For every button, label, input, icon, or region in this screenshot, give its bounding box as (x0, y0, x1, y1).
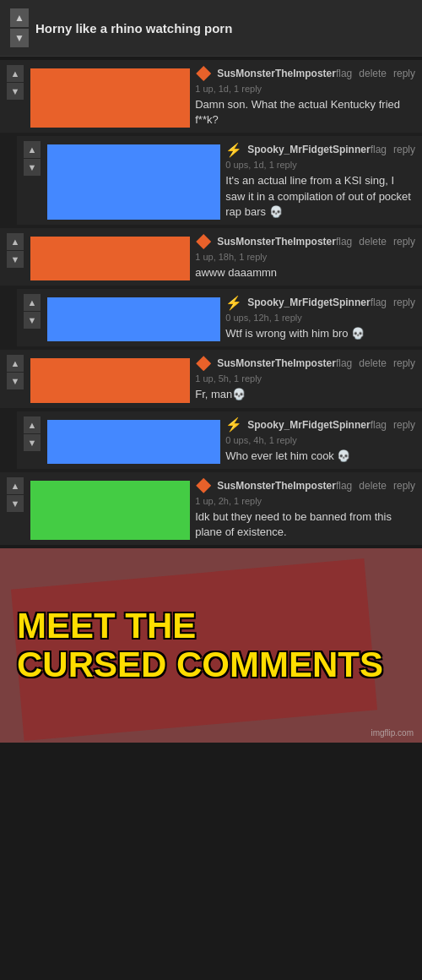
comment-content: ⚡ Spooky_MrFidgetSpinner flagreply 0 ups… (225, 416, 415, 464)
vote-down-btn[interactable]: ▼ (24, 312, 41, 329)
accent-bar (47, 297, 220, 341)
action-links[interactable]: flagdeletereply (336, 480, 415, 492)
action-reply[interactable]: reply (393, 236, 415, 248)
action-flag[interactable]: flag (371, 144, 387, 155)
vote-down-btn[interactable]: ▼ (7, 373, 24, 389)
action-reply[interactable]: reply (393, 419, 415, 431)
comment-meta: 0 ups, 12h, 1 reply (225, 313, 415, 323)
meme-section: MEET THE CURSED COMMENTS imgflip.com (0, 548, 422, 743)
vote-down-btn[interactable]: ▼ (24, 159, 41, 176)
action-flag[interactable]: flag (336, 357, 352, 369)
vote-down-btn[interactable]: ▼ (7, 251, 24, 268)
action-links[interactable]: flagreply (371, 297, 415, 308)
vote-col[interactable]: ▲ ▼ (24, 416, 41, 451)
comment-content: SusMonsterTheImposter flagdeletereply 1 … (195, 233, 415, 280)
vote-col[interactable]: ▲ ▼ (24, 141, 41, 176)
comment-text: Wtf is wrong with him bro 💀 (225, 326, 415, 341)
vote-down-btn[interactable]: ▼ (7, 83, 24, 100)
comment-content: ⚡ Spooky_MrFidgetSpinner flagreply 0 ups… (225, 294, 415, 341)
comment-header: ⚡ Spooky_MrFidgetSpinner flagreply (225, 294, 415, 311)
action-delete[interactable]: delete (359, 236, 387, 248)
action-delete[interactable]: delete (359, 480, 387, 492)
avatar: ⚡ (225, 294, 242, 311)
post-vote-container[interactable]: ▲ ▼ (10, 8, 29, 47)
user-info: SusMonsterTheImposter (195, 233, 336, 250)
avatar: ⚡ (225, 141, 242, 158)
action-flag[interactable]: flag (336, 480, 352, 492)
comment-content: SusMonsterTheImposter flagdeletereply 1 … (195, 477, 415, 540)
vote-up-btn[interactable]: ▲ (7, 477, 24, 494)
action-links[interactable]: flagreply (371, 419, 415, 431)
user-info: SusMonsterTheImposter (195, 355, 336, 372)
comment-item: ▲ ▼ SusMonsterTheImposter flagdeleterepl… (0, 350, 422, 407)
action-reply[interactable]: reply (393, 144, 415, 155)
username: SusMonsterTheImposter (217, 236, 336, 248)
vote-down-btn[interactable]: ▼ (24, 434, 41, 451)
comment-text: awww daaammn (195, 265, 415, 280)
comment-meta: 1 up, 1d, 1 reply (195, 84, 415, 94)
action-links[interactable]: flagdeletereply (336, 68, 415, 79)
vote-up-btn[interactable]: ▲ (7, 355, 24, 372)
action-flag[interactable]: flag (336, 68, 352, 79)
vote-col[interactable]: ▲ ▼ (7, 233, 24, 268)
comment-text: Idk but they need to be banned from this… (195, 509, 415, 540)
action-reply[interactable]: reply (393, 357, 415, 369)
avatar (195, 477, 212, 494)
vote-up-btn[interactable]: ▲ (7, 65, 24, 82)
username: SusMonsterTheImposter (217, 480, 336, 492)
comment-header: SusMonsterTheImposter flagdeletereply (195, 477, 415, 494)
user-info: SusMonsterTheImposter (195, 477, 336, 494)
action-delete[interactable]: delete (359, 357, 387, 369)
vote-down-btn[interactable]: ▼ (7, 495, 24, 512)
comment-content: SusMonsterTheImposter flagdeletereply 1 … (195, 355, 415, 402)
vote-col[interactable]: ▲ ▼ (7, 477, 24, 512)
action-reply[interactable]: reply (393, 68, 415, 79)
action-delete[interactable]: delete (359, 68, 387, 79)
comment-text: Damn son. What the actual Kentucky fried… (195, 97, 415, 128)
comment-header: SusMonsterTheImposter flagdeletereply (195, 65, 415, 82)
username: SusMonsterTheImposter (217, 68, 336, 79)
user-info: ⚡ Spooky_MrFidgetSpinner (225, 141, 370, 158)
comment-item: ▲ ▼ ⚡ Spooky_MrFidgetSpinner flagreply (17, 289, 422, 346)
accent-bar (30, 481, 190, 540)
action-reply[interactable]: reply (393, 480, 415, 492)
meme-line2: CURSED COMMENTS (17, 645, 383, 684)
comment-header: SusMonsterTheImposter flagdeletereply (195, 233, 415, 250)
vote-col[interactable]: ▲ ▼ (7, 355, 24, 389)
avatar: ⚡ (225, 416, 242, 433)
comment-item: ▲ ▼ ⚡ Spooky_MrFidgetSpinner flagreply (17, 136, 422, 225)
comment-header: SusMonsterTheImposter flagdeletereply (195, 355, 415, 372)
action-flag[interactable]: flag (336, 236, 352, 248)
comment-item: ▲ ▼ ⚡ Spooky_MrFidgetSpinner flagreply (17, 411, 422, 469)
action-flag[interactable]: flag (371, 419, 387, 431)
accent-bar (30, 358, 190, 402)
username: Spooky_MrFidgetSpinner (247, 297, 370, 308)
action-reply[interactable]: reply (393, 297, 415, 308)
comment-text: It's an actual line from a KSI sing, I s… (225, 173, 415, 220)
comment-header: ⚡ Spooky_MrFidgetSpinner flagreply (225, 416, 415, 433)
comment-item: ▲ ▼ SusMonsterTheImposter flagdeleterepl… (0, 472, 422, 545)
comment-header: ⚡ Spooky_MrFidgetSpinner flagreply (225, 141, 415, 158)
action-links[interactable]: flagdeletereply (336, 357, 415, 369)
action-links[interactable]: flagreply (371, 144, 415, 155)
username: Spooky_MrFidgetSpinner (247, 419, 370, 431)
vote-up-btn[interactable]: ▲ (24, 141, 41, 158)
action-links[interactable]: flagdeletereply (336, 236, 415, 248)
post-header: ▲ ▼ Horny like a rhino watching porn (0, 0, 422, 57)
avatar (195, 355, 212, 372)
user-info: ⚡ Spooky_MrFidgetSpinner (225, 416, 370, 433)
vote-up-btn[interactable]: ▲ (24, 416, 41, 433)
comment-content: SusMonsterTheImposter flagdeletereply 1 … (195, 65, 415, 128)
vote-col[interactable]: ▲ ▼ (24, 294, 41, 329)
accent-bar (30, 68, 190, 128)
vote-up-btn[interactable]: ▲ (24, 294, 41, 311)
vote-col[interactable]: ▲ ▼ (7, 65, 24, 100)
post-vote-down[interactable]: ▼ (10, 29, 29, 47)
comment-item: ▲ ▼ SusMonsterTheImposter flagdeleterepl… (0, 228, 422, 286)
action-flag[interactable]: flag (371, 297, 387, 308)
user-info: ⚡ Spooky_MrFidgetSpinner (225, 294, 370, 311)
post-vote-up[interactable]: ▲ (10, 8, 29, 27)
imgflip-credit: imgflip.com (371, 728, 414, 738)
accent-bar (47, 420, 220, 464)
vote-up-btn[interactable]: ▲ (7, 233, 24, 250)
